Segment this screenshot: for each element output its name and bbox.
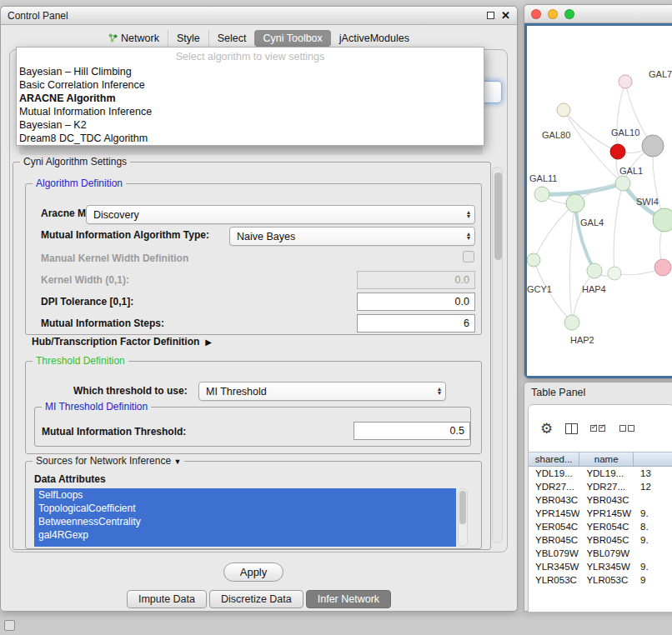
expand-arrow-icon: ▶ (205, 338, 212, 347)
collapse-arrow-icon[interactable]: ▼ (173, 458, 181, 466)
bottom-tab-impute-data[interactable]: Impute Data (127, 590, 207, 608)
right-large-node[interactable] (653, 208, 672, 232)
combo-arrows-icon: ▴▾ (467, 211, 470, 218)
hub-definition-toggle[interactable]: Hub/Transcription Factor Definition ▶ (32, 336, 212, 348)
algorithm-placeholder-option[interactable]: Select algorithm to view settings (17, 49, 484, 65)
dpi-tolerance-label: DPI Tolerance [0,1]: (41, 296, 133, 308)
which-threshold-select[interactable]: MI Threshold ▴▾ (198, 382, 446, 401)
node-label-swi4: SWI4 (636, 197, 659, 207)
algorithm-option-bayesian-k2[interactable]: Bayesian – K2 (17, 118, 484, 132)
select-all-icon[interactable] (590, 425, 607, 432)
sources-title: Sources for Network Inference ▼ (33, 455, 184, 467)
data-attributes-list: SelfLoopsTopologicalCoefficientBetweenne… (34, 488, 456, 547)
network-canvas[interactable]: GAL7GAL80GAL10GAL11GAL1SWI4GAL4GCY1HAP4H… (527, 26, 672, 376)
table-row[interactable]: YPR145WYPR145W9. (529, 507, 672, 520)
node-label-hap4: HAP4 (582, 284, 606, 294)
graph-edge[interactable] (534, 203, 575, 260)
attribute-item-topologicalcoefficient[interactable]: TopologicalCoefficient (34, 502, 456, 515)
scrollbar-thumb[interactable] (494, 172, 502, 260)
gal4-node[interactable] (566, 194, 584, 212)
table-cell: YBR043C (529, 493, 579, 507)
column-header-shared[interactable]: shared... (529, 452, 579, 466)
control-panel-titlebar[interactable]: Control Panel ✕ (1, 7, 517, 25)
table-row[interactable]: YBL079WYBL079W (529, 547, 672, 560)
scrollbar-thumb[interactable] (459, 491, 466, 524)
zoom-button[interactable] (564, 9, 574, 19)
close-window-icon[interactable]: ✕ (501, 12, 510, 20)
table-row[interactable]: YDL19...YDL19...13 (529, 467, 672, 480)
hub-node[interactable] (642, 135, 664, 157)
bottom-tab-discretize-data[interactable]: Discretize Data (209, 590, 303, 608)
algorithm-option-aracne-algorithm[interactable]: ARACNE Algorithm (17, 92, 484, 105)
graph-edge[interactable] (542, 183, 623, 194)
float-window-icon[interactable] (487, 12, 494, 19)
graph-edge[interactable] (575, 203, 594, 271)
gcy1-node[interactable] (527, 253, 540, 267)
tab-cyni-toolbox[interactable]: Cyni Toolbox (254, 30, 330, 47)
attribute-item-betweennesscentrality[interactable]: BetweennessCentrality (34, 515, 456, 528)
table-row[interactable]: YER054CYER054C8. (529, 520, 672, 533)
algorithm-option-dream8-dc-tdc-algorithm[interactable]: Dream8 DC_TDC Algorithm (17, 132, 484, 145)
apply-button[interactable]: Apply (223, 562, 283, 582)
algorithm-definition-title: Algorithm Definition (33, 178, 126, 189)
bottom-tab-infer-network[interactable]: Infer Network (306, 590, 391, 608)
tab-jactivemodules[interactable]: jActiveModules (331, 30, 418, 47)
table-row[interactable]: YDR27...YDR27...12 (529, 480, 672, 493)
attribute-item-gal4rgexp[interactable]: gal4RGexp (34, 528, 456, 542)
algorithm-option-mutual-information-inference[interactable]: Mutual Information Inference (17, 105, 484, 118)
right-pink-node[interactable] (654, 259, 671, 276)
close-button[interactable] (531, 9, 541, 19)
dpi-tolerance-input[interactable] (357, 292, 475, 311)
aracne-mode-select[interactable]: Discovery ▴▾ (86, 205, 475, 224)
tab-style[interactable]: Style (168, 30, 208, 47)
node-label-gal1: GAL1 (619, 166, 643, 176)
graph-edge[interactable] (572, 271, 594, 322)
gal10-node[interactable] (610, 144, 625, 159)
table-row[interactable]: YBR043CYBR043C (529, 493, 672, 507)
mi-threshold-input[interactable] (354, 422, 470, 440)
graph-edge[interactable] (617, 82, 625, 152)
gear-icon[interactable]: ⚙ (540, 422, 553, 436)
tab-network[interactable]: Network (100, 30, 168, 47)
deselect-all-icon[interactable] (619, 425, 636, 432)
tab-select[interactable]: Select (208, 30, 255, 47)
attribute-item-selfloops[interactable]: SelfLoops (34, 488, 456, 502)
column-header-name[interactable]: name (579, 452, 634, 466)
algorithm-option-bayesian-hill-climbing[interactable]: Bayesian – Hill Climbing (17, 65, 484, 78)
table-row[interactable]: YLR345WYLR345W9. (529, 560, 672, 573)
table-row[interactable]: YBR045CYBR045C9. (529, 533, 672, 547)
algorithm-option-basic-correlation-inference[interactable]: Basic Correlation Inference (17, 78, 484, 92)
attribute-item-partial[interactable] (34, 542, 456, 547)
data-attributes-label: Data Attributes (34, 473, 106, 485)
table-cell: YER054C (529, 520, 579, 533)
gal80-node[interactable] (557, 103, 570, 117)
mid-node[interactable] (608, 267, 621, 280)
hap4-node[interactable] (587, 263, 602, 278)
gal1-node[interactable] (615, 176, 630, 191)
graph-edge[interactable] (614, 183, 623, 273)
gal7-node[interactable] (619, 75, 632, 88)
table-cell: YDR27... (579, 480, 634, 493)
table-cell: 13 (634, 467, 672, 480)
column-header-blank[interactable] (634, 452, 672, 466)
table-row[interactable]: YLR053CYLR053C9 (529, 573, 672, 587)
network-window-titlebar[interactable] (524, 5, 672, 23)
table-cell: 9 (634, 573, 672, 587)
minimize-button[interactable] (548, 9, 558, 19)
hap2-node[interactable] (564, 315, 579, 330)
graph-edge[interactable] (564, 110, 618, 152)
settings-scrollbar[interactable] (492, 167, 503, 543)
table-cell: YDL19... (529, 467, 579, 480)
which-threshold-label: Which threshold to use: (73, 385, 188, 397)
gal11-node[interactable] (534, 187, 549, 202)
mi-steps-input[interactable] (357, 314, 475, 332)
table-cell: YBL079W (579, 547, 634, 560)
table-cell: YDR27... (529, 480, 579, 493)
minimized-panel-icon[interactable] (4, 620, 15, 631)
kernel-width-label: Kernel Width (0,1): (41, 274, 129, 286)
attributes-scrollbar[interactable] (458, 488, 468, 547)
node-label-gcy1: GCY1 (527, 284, 552, 294)
graph-edge[interactable] (569, 203, 575, 322)
mi-algorithm-type-select[interactable]: Naive Bayes ▴▾ (229, 227, 475, 246)
columns-icon[interactable] (565, 423, 578, 434)
